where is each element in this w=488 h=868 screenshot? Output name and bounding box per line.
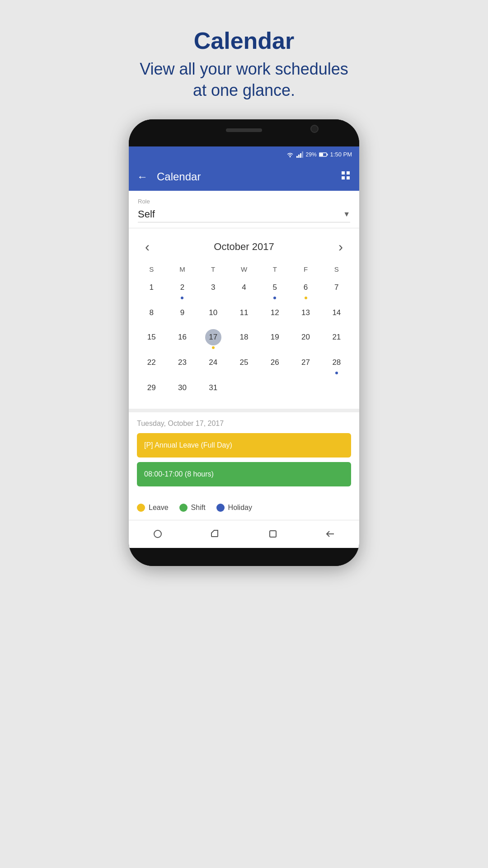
day-no-dot — [243, 371, 245, 373]
legend-dot-leave — [137, 504, 145, 512]
legend-label-holiday: Holiday — [228, 504, 252, 512]
day-no-dot — [181, 345, 183, 348]
day-no-dot — [181, 321, 183, 324]
day-number: 22 — [143, 354, 160, 371]
calendar-cell[interactable]: 21 — [321, 326, 352, 352]
day-number: 6 — [298, 279, 314, 296]
day-number: 27 — [298, 354, 314, 371]
day-no-dot — [305, 345, 307, 348]
calendar-cell[interactable]: 19 — [259, 326, 290, 352]
bottom-nav — [129, 520, 359, 548]
back-button[interactable]: ← — [137, 170, 148, 183]
calendar-cell[interactable]: 10 — [198, 302, 229, 326]
calendar-cell[interactable]: 26 — [259, 352, 290, 377]
calendar-grid: S M T W T F S 12345678910111213141516171… — [136, 264, 352, 401]
calendar-cell[interactable]: 6 — [290, 277, 321, 302]
recent-icon — [210, 528, 221, 539]
calendar-cell[interactable]: 8 — [136, 302, 167, 326]
calendar-cell[interactable]: 11 — [229, 302, 259, 326]
calendar-cell[interactable]: 3 — [198, 277, 229, 302]
day-number: 9 — [174, 305, 190, 321]
day-number: 7 — [328, 279, 345, 296]
role-section: Role Self ▼ — [129, 191, 359, 228]
day-no-dot — [273, 345, 276, 348]
role-dropdown[interactable]: Self ▼ — [138, 207, 350, 222]
calendar-cell[interactable]: 14 — [321, 302, 352, 326]
calendar-cell[interactable]: 28 — [321, 352, 352, 377]
calendar-cell[interactable]: 5 — [259, 277, 290, 302]
svg-point-0 — [289, 156, 291, 157]
day-no-dot — [335, 296, 338, 298]
section-divider — [129, 409, 359, 412]
calendar-cell[interactable]: 31 — [198, 377, 229, 401]
day-no-dot — [212, 321, 215, 324]
wifi-icon — [286, 151, 294, 158]
calendar-cell[interactable]: 24 — [198, 352, 229, 377]
nav-back-button[interactable] — [319, 523, 342, 545]
day-dot-blue — [181, 297, 183, 299]
legend-dot-shift — [179, 504, 188, 512]
phone-frame: 29% 1:50 PM ← Calendar — [129, 119, 359, 566]
day-number: 8 — [143, 305, 160, 321]
day-number: 26 — [267, 354, 283, 371]
day-number: 19 — [267, 329, 283, 345]
prev-month-button[interactable]: ‹ — [140, 237, 155, 256]
calendar-cell[interactable]: 15 — [136, 326, 167, 352]
svg-point-12 — [154, 530, 161, 538]
nav-recent-button[interactable] — [204, 523, 226, 545]
calendar-cell[interactable]: 22 — [136, 352, 167, 377]
svg-rect-2 — [298, 155, 300, 158]
event-card-shift[interactable]: 08:00-17:00 (8 hours) — [137, 462, 351, 486]
calendar-cell[interactable]: 9 — [167, 302, 197, 326]
next-month-button[interactable]: › — [333, 237, 348, 256]
svg-rect-9 — [347, 171, 350, 175]
calendar-cell[interactable]: 4 — [229, 277, 259, 302]
calendar-cell[interactable]: 23 — [167, 352, 197, 377]
day-no-dot — [150, 371, 153, 373]
day-number: 17 — [205, 329, 221, 345]
svg-rect-4 — [302, 151, 303, 158]
status-bar: 29% 1:50 PM — [129, 146, 359, 163]
menu-button[interactable] — [340, 170, 351, 183]
calendar-cell[interactable]: 1 — [136, 277, 167, 302]
day-no-dot — [181, 396, 183, 399]
phone-top-bar — [129, 119, 359, 146]
day-number: 18 — [236, 329, 252, 345]
app-bar: ← Calendar — [129, 163, 359, 191]
calendar-cell[interactable]: 2 — [167, 277, 197, 302]
day-header-s2: S — [321, 264, 352, 275]
calendar-cell[interactable]: 7 — [321, 277, 352, 302]
svg-rect-10 — [342, 176, 345, 179]
day-empty — [267, 380, 283, 396]
calendar-cell[interactable]: 27 — [290, 352, 321, 377]
app-bar-title: Calendar — [157, 170, 340, 183]
calendar-cell[interactable]: 16 — [167, 326, 197, 352]
dropdown-arrow-icon: ▼ — [343, 210, 350, 218]
day-no-dot — [273, 321, 276, 324]
calendar-cell[interactable]: 30 — [167, 377, 197, 401]
day-dot-yellow — [212, 346, 215, 349]
svg-rect-8 — [342, 171, 345, 175]
svg-rect-11 — [347, 176, 350, 179]
calendar-cell[interactable]: 29 — [136, 377, 167, 401]
day-no-dot — [150, 345, 153, 348]
phone-camera — [310, 125, 319, 133]
day-no-dot — [335, 345, 338, 348]
calendar-cell[interactable]: 20 — [290, 326, 321, 352]
calendar-cell[interactable]: 18 — [229, 326, 259, 352]
calendar-cell[interactable]: 13 — [290, 302, 321, 326]
page-title: Calendar — [140, 27, 348, 54]
calendar-cell[interactable]: 12 — [259, 302, 290, 326]
day-no-dot — [181, 371, 183, 373]
calendar-cell[interactable]: 25 — [229, 352, 259, 377]
circle-icon — [152, 528, 163, 539]
day-no-dot — [150, 321, 153, 324]
legend-section: Leave Shift Holiday — [129, 498, 359, 520]
calendar-cell[interactable]: 17 — [198, 326, 229, 352]
page-header: Calendar View all your work schedules at… — [140, 27, 348, 101]
nav-square-button[interactable] — [262, 523, 284, 545]
event-card-leave[interactable]: [P] Annual Leave (Full Day) — [137, 433, 351, 458]
day-no-dot — [212, 396, 215, 399]
day-no-dot — [243, 345, 245, 348]
nav-home-button[interactable] — [146, 523, 169, 545]
